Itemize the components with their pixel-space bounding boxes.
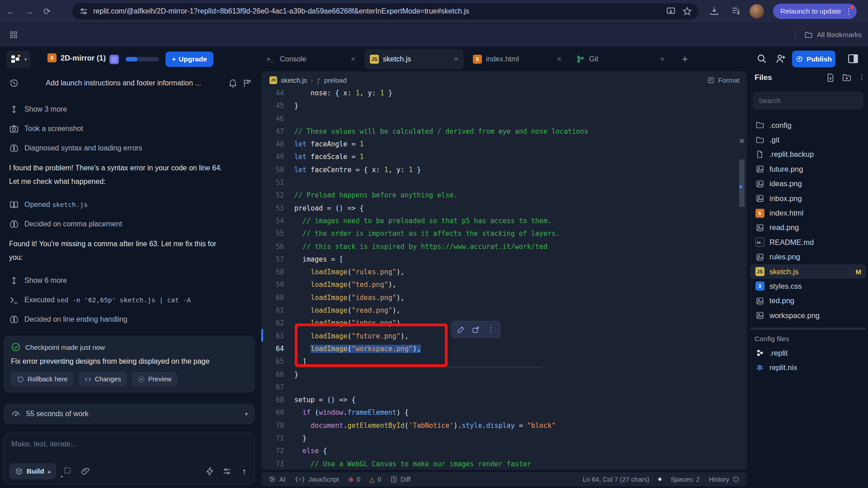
close-icon[interactable]: × [351, 55, 355, 64]
fork-flag-icon[interactable] [242, 78, 252, 88]
code-line[interactable]: 68setup = () => { [261, 394, 747, 406]
all-bookmarks[interactable]: All Bookmarks [795, 29, 862, 40]
scrollbar-thumb[interactable] [739, 160, 745, 207]
close-icon[interactable]: × [454, 55, 458, 64]
code-line[interactable]: 49let faceScale = 1 [261, 150, 747, 163]
attachment-icon[interactable] [80, 466, 90, 476]
code-line[interactable]: 58 loadImage("rules.png"), [261, 266, 747, 278]
warning-count[interactable]: △ 0 [369, 476, 381, 483]
new-folder-icon[interactable] [842, 73, 852, 83]
file-item-.replit[interactable]: .replit [750, 346, 866, 360]
code-line[interactable]: 48let faceAngle = 1 [261, 138, 747, 150]
install-icon[interactable] [666, 6, 676, 16]
agent-action-item[interactable]: Opened sketch.js [9, 198, 251, 211]
file-item-.git[interactable]: .git [750, 132, 866, 147]
file-item-workspace.png[interactable]: workspace.png [750, 308, 866, 323]
code-line[interactable]: 44 nose: { x: 1, y: 1 } [261, 87, 747, 99]
url-input[interactable] [93, 7, 666, 15]
work-summary-bar[interactable]: 55 seconds of work ▾ [4, 404, 255, 424]
avatar[interactable] [750, 4, 764, 19]
reload-icon[interactable]: ⟳ [42, 6, 52, 17]
breadcrumb-symbol[interactable]: preload [324, 76, 347, 84]
settings-sliders-icon[interactable] [222, 466, 232, 476]
code-line[interactable]: 72 else { [261, 445, 747, 457]
file-item-replit.nix[interactable]: ✻replit.nix [750, 360, 866, 375]
code-line[interactable]: 46 [261, 113, 747, 125]
agent-prompt-input[interactable] [11, 440, 248, 448]
agent-session-title[interactable]: Add launch instructions and footer infor… [24, 79, 223, 87]
code-line[interactable]: 61 loadImage("read.png"), [261, 304, 747, 317]
history-button[interactable]: History [709, 476, 740, 483]
code-line[interactable]: 47// These values will be calculated / d… [261, 125, 747, 138]
agent-action-item[interactable]: Decided on comma placement [9, 218, 251, 230]
more-menu-icon[interactable]: ⋮ [844, 8, 852, 15]
format-button[interactable]: Format [707, 76, 740, 84]
submit-arrow-icon[interactable]: ↑ [239, 466, 249, 476]
code-line[interactable]: 70 document.getElementById('TabNotice').… [261, 419, 747, 432]
insert-snippet-icon[interactable] [468, 323, 483, 336]
ai-status[interactable]: AI [269, 475, 286, 483]
code-line[interactable]: 67 [261, 381, 747, 394]
preview-button[interactable]: Preview [132, 372, 178, 386]
code-line[interactable]: 69 if (window.frameElement) { [261, 406, 747, 419]
error-count[interactable]: ⊗ 0 [348, 476, 360, 483]
code-line[interactable]: 66} [261, 368, 747, 381]
tab-Console[interactable]: >_Console× [261, 49, 361, 69]
history-icon[interactable] [9, 78, 19, 88]
breadcrumb-file[interactable]: sketch.js [281, 76, 307, 84]
file-item-.replit.backup[interactable]: .replit.backup [750, 147, 866, 162]
site-settings-icon[interactable] [79, 6, 89, 16]
diff-toggle[interactable]: Diff [390, 476, 410, 483]
changes-button[interactable]: Changes [78, 372, 127, 386]
bell-icon[interactable] [228, 78, 238, 88]
files-search-input[interactable] [753, 92, 863, 110]
reading-list-icon[interactable] [731, 5, 741, 16]
code-area[interactable]: 44 nose: { x: 1, y: 1 }45}4647// These v… [261, 87, 747, 470]
files-menu-icon[interactable]: ⋮ [858, 73, 864, 83]
code-line[interactable]: 55 // the order is important as it affec… [261, 227, 747, 240]
lightning-icon[interactable] [205, 466, 215, 476]
code-line[interactable]: 50let faceCentre = { x: 1, y: 1 } [261, 164, 747, 176]
code-line[interactable]: 51 [261, 176, 747, 189]
back-icon[interactable]: ← [5, 6, 16, 17]
agent-action-item[interactable]: Show 3 more [9, 103, 251, 116]
file-item-inbox.png[interactable]: inbox.png [750, 191, 866, 206]
new-tab-button[interactable]: + [678, 49, 692, 69]
relaunch-button[interactable]: Relaunch to update ⋮ [773, 4, 857, 19]
code-line[interactable]: 53preload = () => { [261, 202, 747, 215]
file-item-sketch.js[interactable]: JSsketch.jsM [750, 264, 866, 279]
rollback-here-button[interactable]: Rollback here [11, 372, 74, 386]
file-item-ted.png[interactable]: ted.png [750, 294, 866, 308]
tab-index.html[interactable]: 5index.html× [467, 49, 567, 69]
agent-action-item[interactable]: Diagnosed syntax and loading errors [9, 142, 251, 155]
download-icon[interactable] [709, 5, 720, 16]
agent-action-item[interactable]: Executed sed -n '62,65p' sketch.js | cat… [9, 294, 251, 306]
file-item-styles.css[interactable]: 3styles.css [750, 279, 866, 293]
chevron-down-icon[interactable]: ▾ [245, 411, 248, 417]
language-status[interactable]: {✓} JavaScript [295, 476, 339, 483]
ai-edit-icon[interactable] [453, 323, 468, 336]
agent-action-item[interactable]: Took a screenshot [9, 122, 251, 135]
agent-action-item[interactable]: Decided on line ending handling [9, 313, 251, 326]
address-bar[interactable] [72, 3, 698, 19]
bookmark-star-icon[interactable] [682, 6, 692, 16]
file-item-future.png[interactable]: future.png [750, 162, 866, 176]
file-item-ideas.png[interactable]: ideas.png [750, 177, 866, 191]
file-item-.config[interactable]: .config [750, 118, 866, 132]
cursor-position[interactable]: Ln 64, Col 7 (27 chars) [583, 476, 650, 483]
code-line[interactable]: 45} [261, 99, 747, 112]
close-icon[interactable]: × [557, 55, 561, 64]
element-select-icon[interactable] [63, 466, 73, 476]
code-line[interactable]: 57 images = [ [261, 253, 747, 266]
code-line[interactable]: 59 loadImage("ted.png"), [261, 278, 747, 291]
agent-action-item[interactable]: Show 6 more [9, 274, 251, 287]
file-item-index.html[interactable]: 5index.html [750, 206, 866, 220]
new-file-icon[interactable] [826, 73, 835, 83]
file-item-read.png[interactable]: read.png [750, 221, 866, 235]
code-line[interactable]: 60 loadImage("ideas.png"), [261, 291, 747, 304]
editor-scrollbar[interactable] [739, 89, 745, 465]
more-options-icon[interactable]: ⋮ [483, 323, 498, 336]
code-line[interactable]: 54 // images need to be preloaded so tha… [261, 215, 747, 227]
tab-Git[interactable]: Git× [571, 49, 670, 69]
code-line[interactable]: 73 // Use a WebGL Canvas to make our ima… [261, 458, 747, 470]
